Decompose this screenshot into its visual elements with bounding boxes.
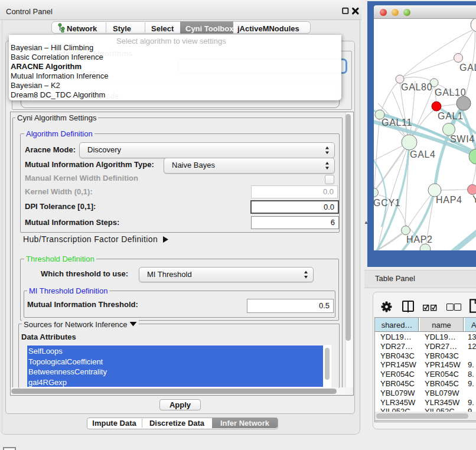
svg-text:HAP2: HAP2 <box>406 234 433 244</box>
svg-text:GAL80: GAL80 <box>401 82 432 92</box>
svg-text:GAL10: GAL10 <box>435 87 466 97</box>
svg-text:GAL11: GAL11 <box>382 118 412 128</box>
svg-text:SWI4: SWI4 <box>450 134 475 144</box>
svg-text:Y: Y <box>472 194 476 204</box>
svg-text:GAL4: GAL4 <box>410 149 436 159</box>
svg-text:HAP4: HAP4 <box>436 195 462 205</box>
svg-text:GAL1: GAL1 <box>438 111 464 121</box>
svg-text:GCY1: GCY1 <box>374 198 400 208</box>
svg-text:GAL7: GAL7 <box>459 63 476 73</box>
